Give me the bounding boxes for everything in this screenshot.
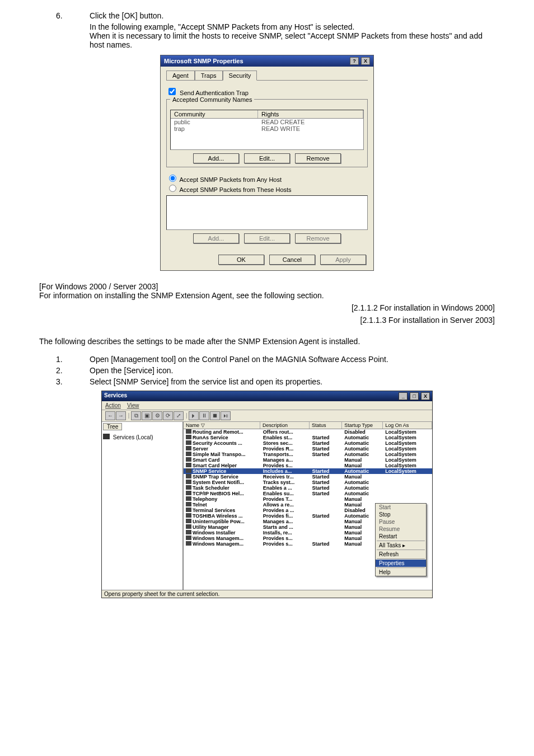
- remove-button[interactable]: Remove: [295, 153, 341, 163]
- window-title: Services: [104, 392, 127, 400]
- remove-host-button[interactable]: Remove: [295, 233, 341, 243]
- toolbar-icon[interactable]: ←: [105, 411, 115, 420]
- send-auth-trap-checkbox[interactable]: Send Authentication Trap: [166, 90, 249, 96]
- gear-icon: [186, 474, 191, 478]
- col-community[interactable]: Community: [171, 110, 258, 118]
- tab-security[interactable]: Security: [223, 71, 257, 81]
- tree-item-label: Services (Local): [113, 434, 153, 440]
- step-line: Open the [Service] icon.: [90, 366, 495, 375]
- tree-panel: Tree Services (Local): [102, 422, 184, 590]
- close-icon[interactable]: X: [361, 57, 370, 65]
- gear-icon: [186, 502, 191, 506]
- toolbar-icon[interactable]: ⧉: [131, 411, 141, 420]
- tab-traps[interactable]: Traps: [195, 71, 223, 80]
- accept-these-hosts-radio[interactable]: Accept SNMP Packets from These Hosts: [166, 186, 292, 193]
- service-row[interactable]: TelephonyProvides T...Manual: [184, 496, 432, 502]
- service-row[interactable]: System Event Notifi...Tracks syst...Star…: [184, 480, 432, 485]
- ctx-restart[interactable]: Restart: [376, 533, 426, 540]
- service-row[interactable]: Routing and Remot...Offers rout...Disabl…: [184, 429, 432, 435]
- service-list[interactable]: Name ▽ Description Status Startup Type L…: [184, 422, 432, 590]
- close-icon[interactable]: X: [421, 392, 430, 400]
- help-icon[interactable]: ?: [350, 57, 359, 65]
- add-button[interactable]: Add...: [193, 153, 239, 163]
- ctx-help[interactable]: Help: [376, 569, 426, 576]
- col-name[interactable]: Name ▽: [184, 422, 260, 429]
- menu-action[interactable]: Action: [105, 402, 121, 408]
- toolbar-icon[interactable]: ⏹: [210, 411, 220, 420]
- minimize-icon[interactable]: _: [399, 392, 407, 400]
- ctx-resume[interactable]: Resume: [376, 525, 426, 533]
- ctx-properties[interactable]: Properties: [376, 560, 426, 567]
- toolbar-icon[interactable]: ⚙: [152, 411, 162, 420]
- checkbox-label: Send Authentication Trap: [180, 90, 249, 96]
- gear-icon: [186, 485, 191, 490]
- menu-view[interactable]: View: [127, 402, 139, 408]
- tree-tab[interactable]: Tree: [103, 423, 122, 430]
- gear-icon: [186, 496, 191, 501]
- gear-icon: [186, 457, 191, 462]
- col-status[interactable]: Status: [310, 422, 342, 429]
- cancel-button[interactable]: Cancel: [269, 255, 315, 265]
- toolbar-icon[interactable]: →: [116, 411, 126, 420]
- add-host-button[interactable]: Add...: [193, 233, 239, 243]
- col-startup[interactable]: Startup Type: [342, 422, 383, 429]
- cell-community: trap: [171, 125, 258, 132]
- paragraph: For information on installing the SNMP E…: [39, 291, 495, 300]
- tree-item-services-local[interactable]: Services (Local): [103, 434, 181, 440]
- toolbar-icon[interactable]: ⏯: [221, 411, 231, 420]
- gear-icon: [186, 524, 191, 529]
- ctx-all-tasks[interactable]: All Tasks ▸: [376, 542, 426, 549]
- paragraph: [For Windows 2000 / Server 2003]: [39, 282, 495, 291]
- service-row[interactable]: Security Accounts ...Stores sec...Starte…: [184, 440, 432, 446]
- service-row[interactable]: ServerProvides R...StartedAutomaticLocal…: [184, 446, 432, 452]
- hosts-list[interactable]: [166, 195, 368, 230]
- service-row[interactable]: Task SchedulerEnables a ...StartedAutoma…: [184, 485, 432, 491]
- cell-community: public: [171, 119, 258, 125]
- gear-icon: [186, 435, 191, 439]
- status-bar: Opens property sheet for the current sel…: [102, 590, 432, 598]
- service-row[interactable]: SNMP ServiceIncludes a...StartedAutomati…: [184, 468, 432, 474]
- col-logon[interactable]: Log On As: [383, 422, 432, 429]
- service-row[interactable]: Smart CardManages a...ManualLocalSystem: [184, 457, 432, 463]
- col-description[interactable]: Description: [260, 422, 310, 429]
- group-label: Accepted Community Names: [170, 96, 254, 103]
- gear-icon: [186, 446, 191, 450]
- tab-agent[interactable]: Agent: [166, 71, 195, 80]
- service-row[interactable]: RunAs ServiceEnables st...StartedAutomat…: [184, 435, 432, 440]
- gear-icon: [186, 541, 191, 546]
- service-row[interactable]: SNMP Trap ServiceReceives tr...StartedMa…: [184, 474, 432, 480]
- apply-button[interactable]: Apply: [320, 255, 366, 265]
- service-row[interactable]: TCP/IP NetBIOS Hel...Enables su...Starte…: [184, 491, 432, 496]
- toolbar-icon[interactable]: ⏸: [199, 411, 209, 420]
- service-row[interactable]: Simple Mail Transpo...Transports...Start…: [184, 452, 432, 457]
- reference-link: [2.1.1.3 For installation in Server 2003…: [39, 316, 495, 325]
- step-line: Select [SNMP Service] from the service l…: [90, 377, 495, 386]
- toolbar-icon[interactable]: ⟳: [163, 411, 173, 420]
- reference-link: [2.1.1.2 For installation in Windows 200…: [39, 303, 495, 312]
- service-row[interactable]: Smart Card HelperProvides s...ManualLoca…: [184, 463, 432, 468]
- community-list[interactable]: Community Rights public READ CREATE trap…: [170, 110, 364, 150]
- paragraph: The following describes the settings to …: [39, 337, 495, 346]
- ctx-pause[interactable]: Pause: [376, 518, 426, 525]
- ctx-refresh[interactable]: Refresh: [376, 551, 426, 558]
- step-line: Open [Management tool] on the Control Pa…: [90, 355, 495, 364]
- ctx-stop[interactable]: Stop: [376, 511, 426, 518]
- col-rights[interactable]: Rights: [258, 110, 363, 118]
- edit-button[interactable]: Edit...: [244, 153, 290, 163]
- gear-icon: [186, 480, 191, 484]
- ctx-start[interactable]: Start: [376, 504, 426, 511]
- step-number: 3.: [39, 377, 90, 386]
- gear-icon: [186, 468, 191, 473]
- ok-button[interactable]: OK: [218, 255, 264, 265]
- edit-host-button[interactable]: Edit...: [244, 233, 290, 243]
- step-line: Click the [OK] button.: [90, 11, 495, 20]
- toolbar-icon[interactable]: ⤢: [174, 411, 184, 420]
- toolbar-icon[interactable]: ⏵: [189, 411, 199, 420]
- maximize-icon[interactable]: □: [410, 392, 419, 400]
- gear-icon: [186, 440, 191, 445]
- accept-any-host-radio[interactable]: Accept SNMP Packets from Any Host: [166, 176, 282, 183]
- gear-icon: [186, 463, 191, 467]
- cell-rights: READ WRITE: [258, 125, 363, 132]
- cell-rights: READ CREATE: [258, 119, 363, 125]
- toolbar-icon[interactable]: ▣: [142, 411, 152, 420]
